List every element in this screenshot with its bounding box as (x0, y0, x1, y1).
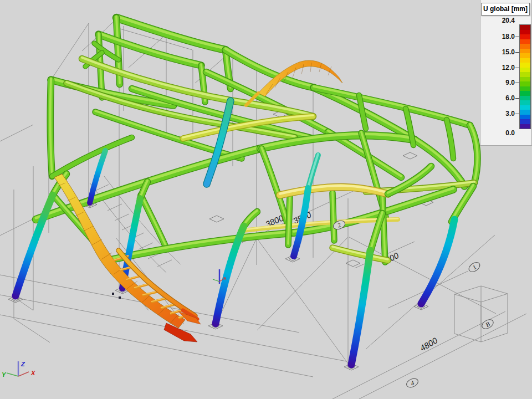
axis-label-z: Z (21, 361, 25, 367)
legend-tick: 3.0 (505, 110, 515, 117)
legend-tick: 15.0 (502, 48, 515, 56)
legend-min-value: 0.0 (505, 129, 515, 137)
legend-tick: 18.0 (502, 33, 515, 40)
global-axis-triad: Z X Y (2, 361, 35, 378)
grid-bubble-B: B (480, 318, 495, 330)
staircase (54, 174, 201, 342)
axis-label-y: Y (2, 371, 7, 378)
grid-bubble-4: 4 (405, 377, 420, 389)
legend-panel: U global [mm] 20.4 18.0 15.0 12.0 9.0 6.… (480, 0, 532, 146)
grid-bubble-1: 1 (467, 260, 482, 274)
stair-red-tip (164, 323, 197, 342)
result-viewport[interactable]: 3800 3800 300 4800 (0, 0, 532, 399)
legend-tick: 9.0 (505, 79, 515, 86)
legend-colorbar (519, 24, 531, 129)
grid-bubbles: 2 1 B 4 (332, 219, 495, 389)
legend-tick: 6.0 (505, 94, 515, 102)
legend-tick: 12.0 (502, 64, 515, 71)
legend-max-value: 20.4 (502, 17, 515, 24)
legend-title: U global [mm] (481, 3, 530, 16)
axis-label-x: X (30, 370, 35, 376)
structure-3d-view[interactable]: 3800 3800 300 4800 (0, 0, 532, 399)
